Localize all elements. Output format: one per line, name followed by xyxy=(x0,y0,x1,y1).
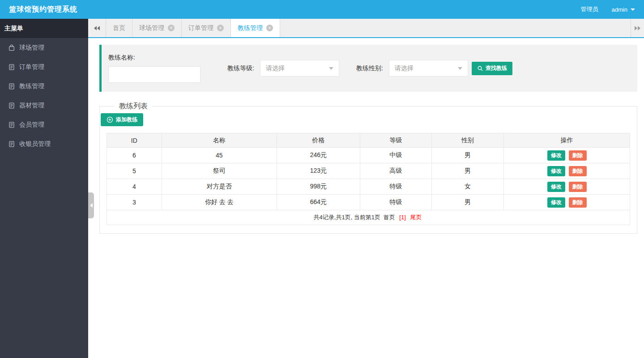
search-icon xyxy=(477,65,483,72)
coach-level-selected-value: 请选择 xyxy=(266,64,285,72)
pagination-summary: 共4记录,共1页, 当前第1页 xyxy=(314,214,381,221)
chevron-left-icon xyxy=(90,203,93,208)
cell-actions: 修改 删除 xyxy=(504,163,630,179)
top-header: 篮球馆预约管理系统 管理员 admin xyxy=(0,0,644,19)
sidebar-item[interactable]: 器材管理 xyxy=(0,96,88,115)
sidebar-item[interactable]: 会员管理 xyxy=(0,115,88,134)
search-coach-button[interactable]: 查找教练 xyxy=(472,62,512,75)
tabs-container: 首页 球场管理 订单管理 教练管理 xyxy=(106,19,280,37)
edit-button[interactable]: 修改 xyxy=(547,150,565,161)
sidebar-item-label: 器材管理 xyxy=(19,102,44,110)
edit-button[interactable]: 修改 xyxy=(547,182,565,192)
column-header: ID xyxy=(107,133,162,148)
tab[interactable]: 教练管理 xyxy=(231,19,280,37)
sidebar-item-label: 教练管理 xyxy=(19,82,44,90)
cell-price: 246元 xyxy=(277,148,360,163)
add-coach-button-label: 添加教练 xyxy=(116,116,137,124)
coach-gender-select[interactable]: 请选择 xyxy=(389,60,468,77)
cell-actions: 修改 删除 xyxy=(504,148,630,163)
doc-icon xyxy=(8,83,15,90)
tab[interactable]: 首页 xyxy=(106,19,132,37)
table-row: 3 你好 去 去 664元 特级 男 修改 删除 xyxy=(107,195,630,210)
table-row: 5 祭司 123元 高级 男 修改 删除 xyxy=(107,163,630,179)
sidebar-collapse-handle[interactable] xyxy=(88,192,94,218)
cell-id: 6 xyxy=(107,148,162,163)
table-row: 6 45 246元 中级 男 修改 删除 xyxy=(107,148,630,163)
pagination-row: 共4记录,共1页, 当前第1页 首页 [1] 尾页 xyxy=(107,210,630,225)
pagination-current-page[interactable]: [1] xyxy=(399,214,405,221)
sidebar-item[interactable]: 球场管理 xyxy=(0,38,88,57)
column-header: 性别 xyxy=(431,133,503,148)
tab-bar: 首页 球场管理 订单管理 教练管理 xyxy=(88,19,644,38)
coach-gender-label: 教练性别: xyxy=(356,64,383,72)
tab[interactable]: 球场管理 xyxy=(132,19,182,37)
tab-close-icon[interactable] xyxy=(217,25,224,31)
cell-id: 5 xyxy=(107,163,162,179)
tabs-scroll-left-icon[interactable] xyxy=(88,19,106,37)
pagination-first-link[interactable]: 首页 xyxy=(384,214,395,221)
sidebar: 主菜单 球场管理 订单管理 教练管理 器材管理 会员管理 收银员管理 xyxy=(0,19,88,358)
sidebar-item[interactable]: 教练管理 xyxy=(0,77,88,96)
add-coach-button[interactable]: 添加教练 xyxy=(101,113,143,126)
cell-id: 3 xyxy=(107,195,162,210)
cell-actions: 修改 删除 xyxy=(504,195,630,210)
sidebar-item[interactable]: 订单管理 xyxy=(0,57,88,77)
edit-button[interactable]: 修改 xyxy=(547,166,565,176)
sidebar-title: 主菜单 xyxy=(0,19,88,38)
user-role-label: 管理员 xyxy=(581,5,598,13)
cell-price: 123元 xyxy=(277,163,360,179)
coach-level-label: 教练等级: xyxy=(227,64,254,72)
column-header: 价格 xyxy=(277,133,360,148)
coach-search-panel: 教练名称: 教练等级: 请选择 教练性别: 请选择 xyxy=(99,45,637,92)
doc-icon xyxy=(8,141,15,148)
cell-price: 998元 xyxy=(277,179,360,195)
doc-icon xyxy=(8,64,15,71)
chevron-down-icon xyxy=(631,9,635,11)
cell-level: 特级 xyxy=(360,179,431,195)
cell-level: 特级 xyxy=(360,195,431,210)
select-arrow-icon xyxy=(329,67,333,70)
sidebar-item-label: 球场管理 xyxy=(19,44,44,52)
user-menu[interactable]: admin xyxy=(612,6,635,13)
delete-button[interactable]: 删除 xyxy=(569,182,587,192)
column-header: 等级 xyxy=(360,133,431,148)
sidebar-item[interactable]: 收银员管理 xyxy=(0,134,88,153)
coach-level-select[interactable]: 请选择 xyxy=(260,60,339,77)
coach-table: ID名称价格等级性别操作 6 45 246元 中级 男 修改 删除 5 祭司 1… xyxy=(107,133,630,225)
tab-label: 教练管理 xyxy=(238,24,263,32)
cell-level: 高级 xyxy=(360,163,431,179)
username: admin xyxy=(612,6,627,13)
tab-label: 首页 xyxy=(113,24,125,32)
sidebar-item-label: 订单管理 xyxy=(19,63,44,71)
app-title: 篮球馆预约管理系统 xyxy=(9,5,77,14)
main-area: 首页 球场管理 订单管理 教练管理 教练名称: 教练等级: xyxy=(88,19,644,358)
delete-button[interactable]: 删除 xyxy=(569,197,587,208)
select-arrow-icon xyxy=(458,67,462,70)
coach-list-box: 教练列表 添加教练 ID名称价格等级性别操作 6 45 246元 中级 男 修改… xyxy=(99,102,637,234)
delete-button[interactable]: 删除 xyxy=(569,150,587,161)
page-content: 教练名称: 教练等级: 请选择 教练性别: 请选择 xyxy=(88,38,644,234)
table-row: 4 对方是否 998元 特级 女 修改 删除 xyxy=(107,179,630,195)
plus-circle-icon xyxy=(107,116,113,123)
sidebar-item-label: 会员管理 xyxy=(19,121,44,129)
tab[interactable]: 订单管理 xyxy=(182,19,231,37)
coach-name-input[interactable] xyxy=(108,66,200,83)
pagination-last-link[interactable]: 尾页 xyxy=(410,214,422,221)
coach-gender-selected-value: 请选择 xyxy=(395,64,414,72)
cell-gender: 男 xyxy=(431,148,503,163)
cell-name: 你好 去 去 xyxy=(162,195,277,210)
cell-name: 祭司 xyxy=(162,163,277,179)
tab-close-icon[interactable] xyxy=(168,25,175,31)
cell-id: 4 xyxy=(107,179,162,195)
cell-price: 664元 xyxy=(277,195,360,210)
delete-button[interactable]: 删除 xyxy=(569,166,587,176)
cell-gender: 男 xyxy=(431,163,503,179)
edit-button[interactable]: 修改 xyxy=(547,197,565,208)
cell-actions: 修改 删除 xyxy=(504,179,630,195)
sidebar-item-label: 收银员管理 xyxy=(19,140,51,148)
tabs-scroll-right-icon[interactable] xyxy=(631,19,644,37)
cell-name: 45 xyxy=(162,148,277,163)
tab-close-icon[interactable] xyxy=(266,25,273,31)
sidebar-menu: 球场管理 订单管理 教练管理 器材管理 会员管理 收银员管理 xyxy=(0,38,88,153)
search-coach-button-label: 查找教练 xyxy=(486,64,507,72)
